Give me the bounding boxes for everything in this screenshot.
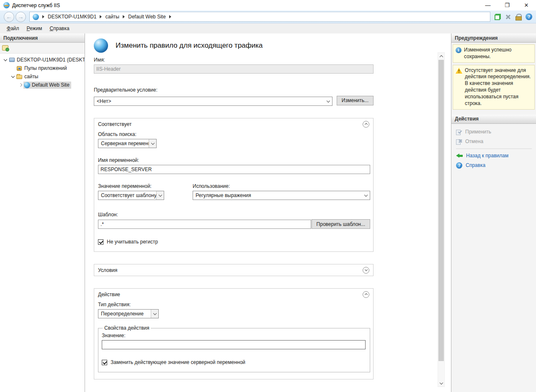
info-icon <box>456 47 461 53</box>
name-label: Имя: <box>94 57 374 63</box>
main-content: Изменить правило для исходящего трафика … <box>85 33 451 392</box>
precondition-label: Предварительное условие: <box>94 87 374 93</box>
pattern-input[interactable] <box>98 220 311 229</box>
apply-button[interactable]: Применить <box>456 127 533 137</box>
connections-toolbar <box>0 43 85 54</box>
tree-item-app-pools[interactable]: Пулы приложений <box>0 64 85 72</box>
precondition-value: <Нет> <box>97 97 325 105</box>
ignore-case-checkbox[interactable] <box>98 239 103 245</box>
menu-help[interactable]: Справка <box>46 24 73 33</box>
breadcrumb-item-sites[interactable]: сайты <box>105 14 119 20</box>
padlock-icon[interactable] <box>515 14 521 20</box>
title-bar: Диспетчер служб IIS — ❐ ✕ <box>0 0 536 10</box>
scope-value: Серверная переменн <box>101 139 149 148</box>
variable-name-input[interactable] <box>98 165 370 174</box>
tree-item-server[interactable]: DESKTOP-U1MK9D1 (DESKTOP <box>0 56 85 64</box>
back-to-rules-link[interactable]: Назад к правилам <box>456 151 533 161</box>
menu-file[interactable]: Файл <box>3 24 23 33</box>
address-bar: ← → DESKTOP-U1MK9D1 сайты Default Web Si… <box>0 10 536 23</box>
collapse-up-icon[interactable] <box>363 291 369 298</box>
connections-tree: DESKTOP-U1MK9D1 (DESKTOP Пулы приложений… <box>0 54 85 392</box>
replace-row: Заменить действующее значение серверной … <box>102 359 366 365</box>
vertical-scrollbar[interactable] <box>438 52 445 387</box>
create-connection-icon[interactable] <box>2 45 8 51</box>
close-button[interactable]: ✕ <box>517 0 536 10</box>
using-select[interactable]: Регулярные выражения <box>193 191 370 200</box>
info-alert-text: Изменения успешно сохранены. <box>464 47 532 60</box>
chevron-down-icon <box>151 310 158 318</box>
precondition-select[interactable]: <Нет> <box>94 97 332 106</box>
forward-button[interactable]: → <box>15 12 26 22</box>
cancel-icon <box>456 138 462 144</box>
tree-item-sites-label: сайты <box>24 74 39 79</box>
actions-pane: Предупреждения Изменения успешно сохране… <box>451 33 536 392</box>
test-pattern-button[interactable]: Проверить шаблон... <box>312 219 370 229</box>
help-icon[interactable] <box>526 13 532 20</box>
chevron-down-icon <box>156 191 164 200</box>
action-section-header: Действие <box>94 289 373 300</box>
breadcrumb[interactable]: DESKTOP-U1MK9D1 сайты Default Web Site <box>29 12 490 22</box>
edit-precondition-button[interactable]: Изменить... <box>337 96 374 105</box>
name-input[interactable] <box>94 64 374 74</box>
menu-view[interactable]: Режим <box>23 24 46 33</box>
action-section: Действие Тип действия: Переопределение С… <box>94 288 374 379</box>
scroll-down-icon[interactable] <box>438 380 444 387</box>
restore-button[interactable]: ❐ <box>497 0 517 10</box>
server-icon <box>8 58 15 62</box>
value-input[interactable] <box>102 340 366 349</box>
iis-manager-window: Диспетчер служб IIS — ❐ ✕ ← → DESKTOP-U1… <box>0 0 536 392</box>
chevron-down-icon[interactable] <box>3 59 8 61</box>
tree-item-server-label: DESKTOP-U1MK9D1 (DESKTOP <box>17 57 85 63</box>
apply-icon <box>456 129 462 135</box>
variable-value-select[interactable]: Соответствует шаблону <box>98 191 164 200</box>
chevron-down-icon <box>325 97 332 105</box>
folder-icon <box>16 74 23 79</box>
chevron-down-icon <box>149 139 156 148</box>
conditions-section: Условия <box>94 264 374 276</box>
scroll-up-icon[interactable] <box>438 53 444 59</box>
info-alert: Изменения успешно сохранены. <box>453 44 535 63</box>
page-title: Изменить правило для исходящего трафика <box>116 41 263 50</box>
cancel-button[interactable]: Отмена <box>456 137 533 146</box>
using-label: Использование: <box>193 183 370 189</box>
chevron-down-icon[interactable] <box>10 76 16 77</box>
match-section-header: Соответствует <box>94 118 373 130</box>
tree-item-default-web-site[interactable]: Default Web Site <box>0 81 85 89</box>
ignore-case-row: Не учитывать регистр <box>98 239 370 245</box>
pattern-label: Шаблон: <box>98 212 370 218</box>
window-restore-icon[interactable] <box>495 14 501 20</box>
chevron-down-icon <box>362 191 370 200</box>
window-body: Подключения DESKTOP-U1MK9D1 (DESKTOP Пул… <box>0 33 536 392</box>
scope-select[interactable]: Серверная переменн <box>98 139 157 148</box>
actions-header: Действия <box>451 115 536 124</box>
tree-item-sites[interactable]: сайты <box>0 72 85 81</box>
value-label: Значение: <box>102 333 366 338</box>
breadcrumb-arrow-icon <box>100 15 102 18</box>
back-button[interactable]: ← <box>4 12 14 22</box>
breadcrumb-arrow-icon <box>42 15 44 18</box>
help-link[interactable]: Справка <box>456 161 533 170</box>
website-globe-icon <box>23 82 30 88</box>
tree-item-default-web-site-label: Default Web Site <box>32 82 70 88</box>
collapse-down-icon[interactable] <box>363 267 369 274</box>
replace-checkbox[interactable] <box>102 360 107 365</box>
x-icon[interactable] <box>505 14 511 20</box>
action-properties-title: Свойства действия <box>103 325 151 331</box>
collapse-up-icon[interactable] <box>363 121 369 128</box>
breadcrumb-item-server[interactable]: DESKTOP-U1MK9D1 <box>48 14 96 20</box>
variable-value-label: Значение переменной: <box>98 183 193 189</box>
breadcrumb-item-default-web-site[interactable]: Default Web Site <box>128 14 166 20</box>
action-section-title: Действие <box>98 292 363 297</box>
minimize-button[interactable]: — <box>478 0 497 10</box>
variable-value-value: Соответствует шаблону <box>101 191 156 200</box>
warning-alert: Отсутствует значение для действия переоп… <box>453 65 535 110</box>
action-type-select[interactable]: Переопределение <box>98 309 159 318</box>
back-to-rules-label: Назад к правилам <box>466 153 508 159</box>
chevron-right-icon[interactable] <box>18 84 23 86</box>
scrollbar-thumb[interactable] <box>438 60 444 361</box>
app-pools-icon <box>16 66 23 71</box>
help-label: Справка <box>466 162 485 168</box>
using-value: Регулярные выражения <box>196 191 362 200</box>
connections-panel: Подключения DESKTOP-U1MK9D1 (DESKTOP Пул… <box>0 33 85 392</box>
tree-selection[interactable]: Default Web Site <box>23 82 71 89</box>
